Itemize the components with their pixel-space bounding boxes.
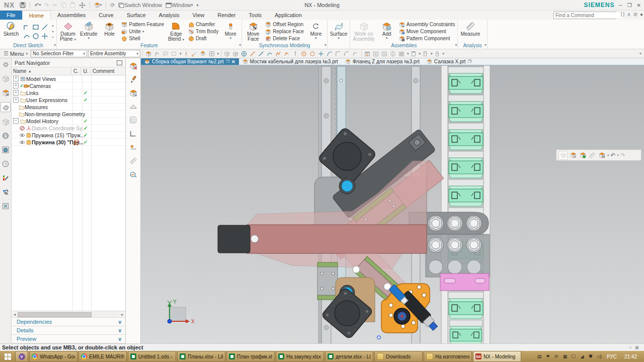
sketch-in-task-icon[interactable]	[129, 116, 138, 125]
reuse-library-icon[interactable]	[1, 117, 10, 126]
manufacturing-wizard-icon[interactable]	[1, 188, 10, 197]
dialog-launcher-icon[interactable]: ▾	[325, 43, 327, 47]
edit-object-display-icon[interactable]	[129, 75, 138, 84]
fullscreen-icon[interactable]: ⌈⌋	[620, 12, 624, 17]
taskbar-item-downloads[interactable]: Downloads	[374, 351, 423, 362]
dialog-launcher-icon[interactable]: ▾	[455, 43, 457, 47]
taskbar-item-plany-xlsx[interactable]: ▦Планы.xlsx - Libr...	[177, 351, 225, 362]
lock-icon[interactable]	[434, 50, 441, 57]
shell-button[interactable]: Shell	[120, 35, 165, 42]
chamfer-curve-icon[interactable]	[343, 50, 351, 57]
window-cascade-icon[interactable]	[364, 50, 371, 57]
sketch-line2-icon[interactable]	[258, 50, 265, 57]
clip-section-icon[interactable]	[422, 50, 429, 57]
collapse-icon[interactable]: −	[13, 118, 19, 124]
touch-mode-button[interactable]: ⟳	[109, 1, 116, 9]
tray-volume-icon[interactable]: ◁)	[596, 353, 602, 359]
orient-view-icon[interactable]	[240, 50, 248, 57]
tree-row-model-history[interactable]: − Model History ✓	[12, 118, 125, 125]
datum-plane-tool-icon[interactable]	[129, 102, 138, 111]
part-navigator-icon[interactable]	[1, 102, 11, 112]
window-menu-button[interactable]: Window▾	[165, 1, 194, 9]
taskbar-item-plan-grafik-xlsx[interactable]: ▦План график.xlsx...	[226, 351, 275, 362]
work-on-assembly-button[interactable]: Work onAssembly	[351, 20, 376, 43]
tray-shield-icon[interactable]: ⛊	[588, 353, 594, 359]
window-close-icon[interactable]	[381, 50, 388, 57]
circle-center-icon[interactable]	[300, 50, 308, 57]
redo-button[interactable]: ↷	[43, 1, 50, 9]
spline-point-icon[interactable]	[283, 50, 291, 57]
tree-row-datum-csys[interactable]: Datum Coordinate Sy... ✓	[12, 125, 125, 132]
work-on-assembly-mini-icon[interactable]	[558, 151, 568, 160]
datum-grid-icon[interactable]	[208, 50, 215, 57]
corner-tool-icon[interactable]	[129, 129, 138, 138]
restore-button[interactable]: ❐	[627, 3, 632, 8]
tab-render[interactable]: Render	[211, 11, 242, 20]
constraint-navigator-icon[interactable]	[1, 88, 10, 97]
find-command-input[interactable]	[554, 13, 623, 18]
spring-tool-icon[interactable]	[129, 143, 138, 152]
tab-home[interactable]: Home	[22, 11, 51, 20]
doc-tab-assembly[interactable]: Сборка общая Вариант №2.prt ❐ ✕	[141, 58, 239, 65]
tree-row-links[interactable]: + Links ✓	[12, 89, 125, 97]
tray-drive-icon[interactable]: ▤	[536, 353, 542, 359]
edge-blend-button[interactable]: EdgeBlend ▾	[166, 20, 186, 43]
extrude-button[interactable]: Extrude▾	[78, 20, 99, 43]
column-u[interactable]: U.	[81, 67, 91, 75]
toolbar-dropdown-icon[interactable]: ▾	[607, 153, 609, 157]
tray-update-icon[interactable]: ⚑	[545, 353, 551, 359]
copy-button[interactable]	[60, 1, 67, 9]
snapshot-icon[interactable]	[145, 50, 152, 57]
undo-dropdown-icon[interactable]: ▾	[617, 153, 619, 157]
fillet-icon[interactable]	[335, 50, 342, 57]
pattern-feature-button[interactable]: Pattern Feature	[120, 21, 165, 28]
tree-row-non-timestamp-geometry[interactable]: Non-timestamp Geometry	[12, 111, 125, 118]
tree-row-cameras[interactable]: + ✓ Cameras	[12, 82, 125, 89]
model-canvas[interactable]: Y X ▾ ↶ ▾ ↷	[141, 65, 644, 343]
wireframe-view-icon[interactable]	[232, 50, 239, 57]
select-touch-icon[interactable]	[153, 50, 161, 57]
doc-tab-cable-bridge[interactable]: Мостик кабельный для лазера №3.prt	[239, 58, 342, 65]
taskbar-item-na-izgotovlenie[interactable]: На изготовление	[424, 351, 472, 362]
section-details[interactable]: Detailsv	[12, 326, 125, 334]
trim-body-button[interactable]: Trim Body	[187, 28, 220, 35]
tree-row-model-views[interactable]: + Model Views	[12, 75, 125, 82]
dialog-launcher-icon[interactable]: ▾	[485, 43, 487, 47]
shaded-view-icon[interactable]	[223, 50, 231, 57]
redo-mini-icon[interactable]: ↷	[620, 152, 625, 158]
pattern-component-button[interactable]: Pattern Component	[397, 35, 457, 42]
undock-tab-icon[interactable]: ❐	[226, 59, 229, 64]
profile-tool-icon[interactable]	[23, 23, 31, 31]
cut-button[interactable]: ✂	[51, 1, 58, 9]
unite-button[interactable]: Unite▾	[120, 28, 165, 35]
language-indicator[interactable]: РУС	[605, 354, 619, 359]
axis-icon[interactable]	[292, 50, 299, 57]
rectangle-tool-icon[interactable]	[32, 23, 40, 31]
taskbar-item-whatsapp[interactable]: WhatsApp - Goog...	[29, 351, 77, 362]
close-tab-icon[interactable]: ✕	[231, 59, 235, 64]
tray-network-icon[interactable]: ◢	[579, 353, 585, 359]
tab-tools[interactable]: Tools	[242, 11, 268, 20]
feature-more-button[interactable]: More▾	[220, 20, 240, 43]
sketch-button[interactable]: Sketch	[1, 20, 21, 43]
arc-icon[interactable]	[326, 50, 334, 57]
layer-icon[interactable]	[398, 50, 406, 57]
visible-eye-icon[interactable]	[19, 132, 25, 138]
tab-assemblies[interactable]: Assemblies	[51, 11, 92, 20]
close-button[interactable]: ✕	[637, 3, 641, 8]
tab-analysis[interactable]: Analysis	[152, 11, 186, 20]
find-command-box[interactable]	[553, 12, 616, 19]
polyline-icon[interactable]	[275, 50, 282, 57]
start-button[interactable]	[1, 351, 14, 362]
status-grid-icon[interactable]: ⌗	[629, 345, 631, 350]
help-icon[interactable]: ⊘	[633, 12, 637, 17]
column-comment[interactable]: Comment	[91, 67, 125, 75]
arc-tool-icon[interactable]	[23, 32, 31, 40]
hole-button[interactable]: Hole	[99, 20, 119, 43]
line-tool-icon[interactable]	[41, 23, 49, 31]
undock-tab-icon[interactable]: ❐	[468, 59, 471, 64]
user-avatar-icon[interactable]: ●	[640, 12, 643, 17]
measure-mini-icon[interactable]	[588, 151, 596, 159]
undock-panel-icon[interactable]	[117, 60, 122, 65]
undo-button[interactable]: ↶▾	[33, 1, 42, 9]
